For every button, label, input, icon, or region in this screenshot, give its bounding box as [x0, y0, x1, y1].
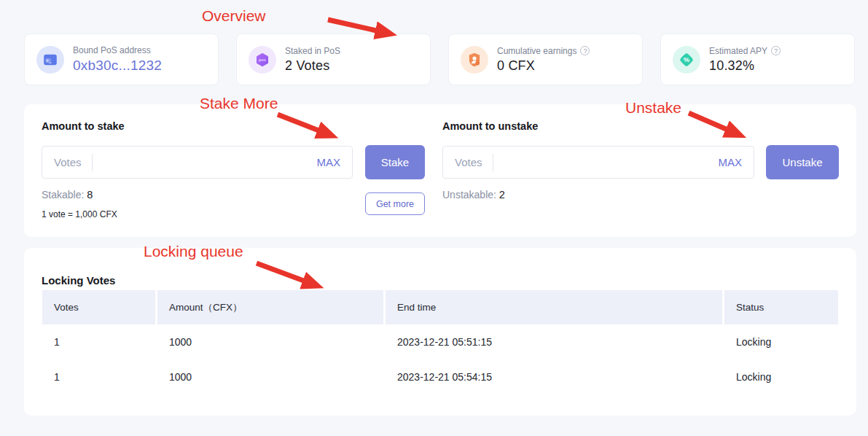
- unstakable-label: Unstakable:: [442, 189, 496, 201]
- unstake-unit-label: Votes: [455, 156, 493, 168]
- column-header-status: Status: [724, 290, 838, 324]
- get-more-button[interactable]: Get more: [365, 192, 425, 215]
- unstake-max-button[interactable]: MAX: [718, 156, 742, 168]
- pos-hexagon-icon: pos: [249, 46, 276, 74]
- pos-address-value[interactable]: 0xb30c...1232: [73, 58, 162, 74]
- card-label: Bound PoS address: [73, 45, 162, 55]
- column-header-endtime: End time: [386, 290, 722, 324]
- annotation-locking-queue: Locking queue: [144, 243, 243, 260]
- percent-badge-icon: %: [673, 46, 700, 74]
- apy-info-icon[interactable]: ?: [771, 46, 781, 55]
- staked-votes-value: 2 Votes: [285, 58, 340, 74]
- column-header-amount: Amount（CFX）: [157, 290, 383, 324]
- unstakable-value: 2: [499, 189, 505, 201]
- stake-unstake-panel: Amount to stake Votes MAX Stake Get more…: [24, 104, 856, 237]
- unstake-amount-input[interactable]: [493, 156, 719, 168]
- cell-status: Locking: [724, 324, 838, 359]
- stake-amount-input[interactable]: [93, 156, 317, 168]
- apy-value: 10.32%: [709, 58, 781, 74]
- locking-votes-panel: Locking Votes Votes Amount（CFX） End time…: [24, 248, 856, 416]
- cell-end-time: 2023-12-21 05:51:15: [386, 324, 722, 359]
- stake-button[interactable]: Stake: [365, 145, 425, 179]
- cell-status: Locking: [724, 359, 838, 394]
- unstake-amount-field: Votes MAX: [442, 146, 754, 179]
- card-label: Estimated APY: [709, 46, 767, 56]
- table-row: 1 1000 2023-12-21 05:51:15 Locking: [42, 324, 838, 359]
- amount-to-unstake-label: Amount to unstake: [442, 120, 538, 132]
- cell-votes: 1: [42, 324, 155, 359]
- column-header-votes: Votes: [42, 290, 155, 324]
- vote-rate-note: 1 vote = 1,000 CFX: [42, 209, 117, 219]
- cell-votes: 1: [42, 359, 155, 394]
- card-bound-pos-address: >_ Bound PoS address 0xb30c...1232: [24, 34, 219, 85]
- svg-text:>_: >_: [46, 58, 52, 63]
- stake-unit-label: Votes: [54, 156, 92, 168]
- pos-staking-page: >_ Bound PoS address 0xb30c...1232 pos S…: [0, 0, 868, 436]
- svg-text:pos: pos: [259, 58, 266, 62]
- table-header-row: Votes Amount（CFX） End time Status: [42, 290, 838, 324]
- card-estimated-apy: % Estimated APY ? 10.32%: [660, 34, 855, 85]
- amount-to-stake-label: Amount to stake: [42, 120, 125, 132]
- earnings-shield-icon: [461, 46, 488, 74]
- stakable-label: Stakable:: [42, 189, 84, 201]
- card-cumulative-earnings: Cumulative earnings ? 0 CFX: [448, 34, 643, 85]
- locking-votes-title: Locking Votes: [42, 274, 115, 287]
- stakable-value: 8: [87, 189, 93, 201]
- annotation-overview: Overview: [202, 7, 266, 25]
- terminal-icon: >_: [36, 46, 64, 74]
- cell-end-time: 2023-12-21 05:54:15: [386, 359, 722, 394]
- annotation-unstake: Unstake: [625, 99, 681, 117]
- cell-amount: 1000: [157, 324, 383, 359]
- unstake-button[interactable]: Unstake: [766, 145, 839, 179]
- stake-max-button[interactable]: MAX: [316, 156, 340, 168]
- annotation-stake-more: Stake More: [200, 95, 278, 112]
- cell-amount: 1000: [157, 359, 383, 394]
- earnings-info-icon[interactable]: ?: [580, 46, 590, 55]
- card-label: Cumulative earnings: [497, 46, 576, 56]
- locking-votes-table: Votes Amount（CFX） End time Status 1 1000…: [42, 290, 838, 394]
- stake-amount-field: Votes MAX: [42, 146, 353, 179]
- arrow-overview: [328, 20, 386, 33]
- svg-text:%: %: [684, 56, 690, 63]
- earnings-value: 0 CFX: [497, 58, 590, 74]
- card-label: Staked in PoS: [285, 46, 340, 56]
- table-row: 1 1000 2023-12-21 05:54:15 Locking: [42, 359, 838, 394]
- card-staked-in-pos: pos Staked in PoS 2 Votes: [236, 34, 431, 85]
